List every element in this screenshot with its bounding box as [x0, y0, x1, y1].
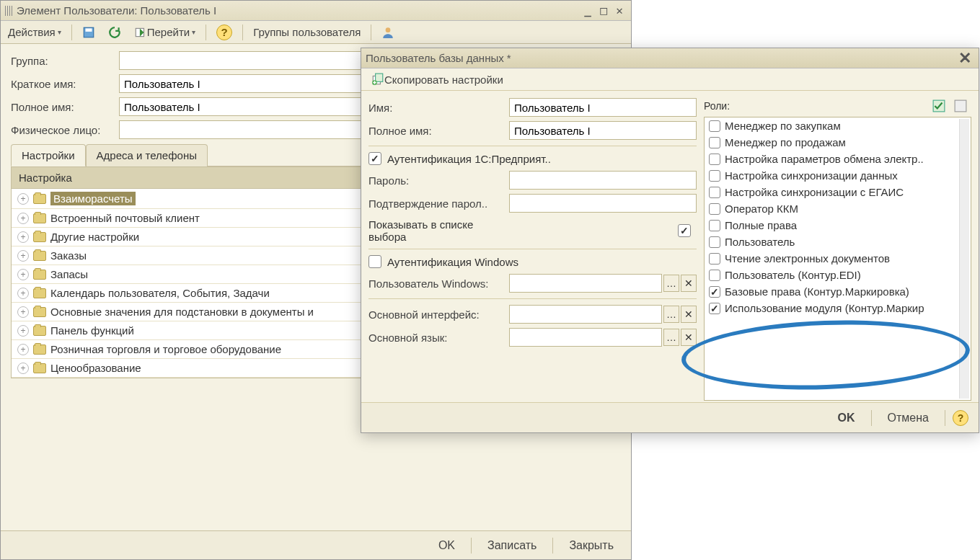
phys-label: Физическое лицо: — [11, 124, 119, 136]
role-checkbox[interactable] — [709, 270, 720, 281]
db-help-button[interactable]: ? — [953, 410, 968, 426]
settings-item-label: Ценообразование — [50, 362, 141, 374]
minimize-button[interactable]: _ — [581, 4, 595, 17]
main-lang-clear-button[interactable]: ✕ — [681, 329, 697, 346]
role-label: Базовые права (Контур.Маркировка) — [725, 285, 909, 298]
settings-item-label: Заказы — [50, 249, 87, 262]
expand-icon[interactable]: + — [17, 288, 29, 299]
role-item[interactable]: Чтение электронных документов — [705, 250, 971, 267]
role-checkbox[interactable] — [709, 120, 720, 132]
roles-list[interactable]: Менеджер по закупкам Менеджер по продажа… — [704, 117, 971, 401]
role-item[interactable]: Пользователь (Контур.EDI) — [705, 267, 971, 283]
role-item[interactable]: Настройка синхронизации с ЕГАИС — [705, 184, 971, 200]
role-checkbox[interactable] — [709, 170, 720, 182]
copy-settings-button[interactable]: Скопировать настройки — [367, 71, 508, 87]
refresh-icon-button[interactable] — [104, 25, 125, 40]
write-button[interactable]: Записать — [479, 536, 545, 555]
db-toolbar: Скопировать настройки — [361, 68, 979, 91]
role-item[interactable]: Использование модуля (Контур.Маркир — [705, 300, 971, 316]
tab-addresses[interactable]: Адреса и телефоны — [86, 144, 208, 166]
close-button[interactable]: ✕ — [612, 4, 627, 17]
db-ok-button[interactable]: OK — [829, 409, 864, 427]
auth-1c-checkbox[interactable] — [368, 152, 381, 165]
role-checkbox[interactable] — [709, 203, 720, 215]
tab-settings[interactable]: Настройки — [11, 144, 86, 166]
short-name-label: Краткое имя: — [11, 78, 119, 90]
expand-icon[interactable]: + — [17, 325, 29, 337]
role-checkbox[interactable] — [709, 220, 720, 231]
db-name-input[interactable] — [509, 98, 697, 117]
expand-icon[interactable]: + — [17, 213, 29, 224]
role-checkbox[interactable] — [709, 137, 720, 148]
role-item[interactable]: Оператор ККМ — [705, 200, 971, 217]
role-item[interactable]: Менеджер по продажам — [705, 134, 971, 151]
user-icon-button[interactable] — [377, 25, 399, 40]
save-icon-button[interactable] — [78, 25, 100, 40]
folder-icon — [33, 288, 46, 298]
expand-icon[interactable]: + — [17, 193, 29, 205]
auth-win-row[interactable]: Аутентификация Windows — [368, 255, 697, 268]
main-iface-label: Основной интерфейс: — [368, 308, 509, 321]
role-item[interactable]: Настройка параметров обмена электр.. — [705, 151, 971, 167]
deselect-all-roles-button[interactable] — [950, 98, 971, 114]
role-item[interactable]: Настройка синхронизации данных — [705, 167, 971, 184]
role-checkbox[interactable] — [709, 154, 720, 165]
expand-icon[interactable]: + — [17, 344, 29, 355]
svg-rect-1 — [85, 28, 92, 32]
help-button[interactable]: ? — [212, 23, 237, 42]
maximize-button[interactable]: □ — [596, 4, 611, 17]
select-all-roles-button[interactable] — [928, 98, 950, 114]
main-lang-label: Основной язык: — [368, 332, 509, 344]
folder-icon — [33, 307, 46, 317]
main-toolbar: Действия ▾ Перейти ▾ ? Группы пользовате… — [1, 21, 631, 44]
password-input[interactable] — [509, 171, 697, 190]
goto-menu[interactable]: Перейти ▾ — [130, 25, 200, 40]
main-titlebar: Элемент Пользователи: Пользователь I _ □… — [1, 1, 631, 21]
settings-item-label: Другие настройки — [50, 231, 139, 243]
role-checkbox[interactable] — [709, 253, 720, 265]
grip-icon — [5, 6, 12, 16]
auth-win-label: Аутентификация Windows — [387, 256, 518, 268]
role-item[interactable]: Пользователь — [705, 234, 971, 250]
svg-rect-5 — [376, 74, 383, 81]
close-form-button[interactable]: Закрыть — [560, 536, 622, 555]
expand-icon[interactable]: + — [17, 306, 29, 318]
password-confirm-input[interactable] — [509, 194, 697, 213]
role-checkbox[interactable] — [709, 303, 720, 314]
role-item[interactable]: Базовые права (Контур.Маркировка) — [705, 283, 971, 300]
ok-button[interactable]: OK — [430, 536, 464, 555]
auth-1c-row[interactable]: Аутентификация 1С:Предприят.. — [368, 152, 697, 165]
win-user-clear-button[interactable]: ✕ — [681, 275, 697, 292]
win-user-select-button[interactable]: … — [663, 275, 679, 292]
role-checkbox[interactable] — [709, 286, 720, 298]
show-in-list-row[interactable]: Показывать в списке выбора — [368, 218, 697, 243]
db-cancel-button[interactable]: Отмена — [879, 409, 937, 427]
password-confirm-label: Подтверждение парол.. — [368, 197, 509, 210]
main-iface-clear-button[interactable]: ✕ — [681, 306, 697, 323]
role-checkbox[interactable] — [709, 236, 720, 248]
main-lang-select-button[interactable]: … — [663, 329, 679, 346]
expand-icon[interactable]: + — [17, 269, 29, 280]
role-item[interactable]: Полные права — [705, 217, 971, 234]
role-checkbox[interactable] — [709, 187, 720, 198]
auth-win-checkbox[interactable] — [368, 255, 381, 268]
expand-icon[interactable]: + — [17, 250, 29, 262]
role-label: Настройка параметров обмена электр.. — [725, 153, 924, 165]
scrollbar[interactable] — [959, 119, 969, 399]
db-fullname-input[interactable] — [509, 121, 697, 140]
main-iface-input[interactable] — [509, 305, 662, 324]
win-user-label: Пользователь Windows: — [368, 277, 509, 290]
expand-icon[interactable]: + — [17, 231, 29, 243]
expand-icon[interactable]: + — [17, 363, 29, 374]
main-lang-input[interactable] — [509, 328, 662, 347]
svg-rect-8 — [955, 100, 966, 112]
role-label: Использование модуля (Контур.Маркир — [725, 302, 924, 314]
role-item[interactable]: Менеджер по закупкам — [705, 117, 971, 134]
db-close-button[interactable]: ✕ — [955, 49, 974, 68]
role-label: Настройка синхронизации данных — [725, 169, 898, 182]
db-right-pane: Роли: Менеджер по закупкам Менеджер по п… — [704, 98, 971, 401]
actions-menu[interactable]: Действия ▾ — [4, 25, 66, 40]
main-iface-select-button[interactable]: … — [663, 306, 679, 323]
user-groups-button[interactable]: Группы пользователя — [249, 25, 365, 40]
show-in-list-checkbox[interactable] — [678, 224, 691, 237]
